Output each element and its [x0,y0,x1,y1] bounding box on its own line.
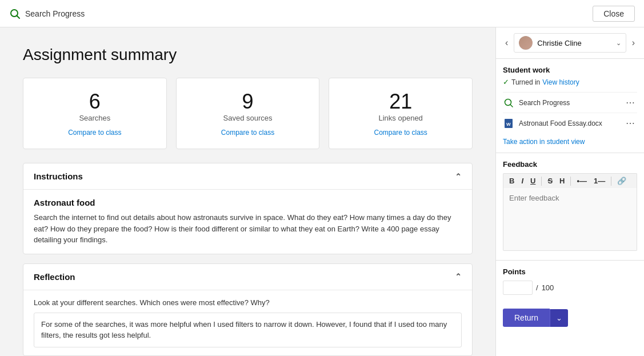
left-panel: Assignment summary 6 Searches Compare to… [0,27,495,356]
highlight-button[interactable]: H [557,175,567,186]
toolbar-divider-2 [570,177,571,186]
instructions-body: Astronaut food Search the internet to fi… [23,189,472,254]
search-progress-more-button[interactable]: ⋯ [623,96,637,109]
feedback-label: Feedback [503,160,637,169]
essay-more-button[interactable]: ⋯ [623,117,637,130]
reflection-question: Look at your different searches. Which o… [34,298,462,307]
topbar-title: Search Progress [25,9,85,18]
strikethrough-button[interactable]: S [545,175,555,186]
svg-text:W: W [506,122,511,127]
reflection-header[interactable]: Reflection ⌃ [23,264,472,290]
student-nav: ‹ Christie Cline ⌄ › [496,27,644,59]
instructions-subtitle: Astronaut food [34,198,462,207]
turned-in-row: ✓ Turned in View history [503,78,637,86]
main-layout: Assignment summary 6 Searches Compare to… [0,27,644,356]
search-progress-file-icon [503,97,514,109]
stat-label-saved-sources: Saved sources [188,114,308,122]
essay-file-icon: W [503,118,514,129]
return-dropdown-button[interactable]: ⌄ [550,309,568,327]
toolbar-divider-1 [541,177,542,186]
student-work-section: Student work ✓ Turned in View history Se… [496,59,644,153]
stat-card-searches: 6 Searches Compare to class [23,78,167,149]
svg-line-3 [510,105,513,107]
close-button[interactable]: Close [593,6,635,22]
points-separator: / [536,283,538,292]
check-mark-icon: ✓ [503,78,509,86]
reflection-answer: For some of the searches, it was more he… [34,313,462,347]
feedback-section: Feedback B I U S H •— 1— 🔗 [496,153,644,260]
stats-row: 6 Searches Compare to class 9 Saved sour… [23,78,473,149]
points-row: / 100 [503,281,637,295]
stat-card-saved-sources: 9 Saved sources Compare to class [176,78,320,149]
stat-number-saved-sources: 9 [188,90,308,114]
feedback-toolbar: B I U S H •— 1— 🔗 [503,173,637,188]
svg-line-1 [17,15,20,18]
instructions-section: Instructions ⌃ Astronaut food Search the… [23,163,473,254]
assignment-title: Assignment summary [23,46,473,64]
bold-button[interactable]: B [506,175,517,186]
stat-number-searches: 6 [35,90,155,114]
compare-saved-sources-link[interactable]: Compare to class [221,129,274,137]
right-panel: ‹ Christie Cline ⌄ › Student work ✓ Turn… [495,27,644,356]
avatar-image [519,36,533,50]
topbar: Search Progress Close [0,0,644,27]
stat-label-searches: Searches [35,114,155,122]
bullet-list-button[interactable]: •— [574,175,590,186]
file-item-essay: W Astronaut Food Essay.docx ⋯ [503,113,637,133]
student-name: Christie Cline [537,39,611,47]
underline-button[interactable]: U [527,175,538,186]
topbar-left: Search Progress [9,8,85,19]
points-max: 100 [542,283,554,292]
compare-links-opened-link[interactable]: Compare to class [374,129,427,137]
instructions-title: Instructions [34,171,83,181]
view-history-link[interactable]: View history [542,78,579,86]
reflection-title: Reflection [34,272,75,282]
italic-button[interactable]: I [518,175,526,186]
points-label: Points [503,267,637,276]
file-name-essay: Astronaut Food Essay.docx [519,119,602,127]
points-input[interactable] [503,281,533,295]
take-action-link[interactable]: Take action in student view [503,133,637,153]
reflection-chevron-icon: ⌃ [455,272,462,281]
feedback-input[interactable] [503,188,637,251]
return-button[interactable]: Return [503,309,550,327]
stat-label-links-opened: Links opened [341,114,461,122]
instructions-chevron-icon: ⌃ [455,172,462,181]
file-item-search-progress: Search Progress ⋯ [503,92,637,113]
reflection-body: Look at your different searches. Which o… [23,290,472,355]
next-student-button[interactable]: › [629,35,638,50]
points-section: Points / 100 [496,260,644,302]
instructions-header[interactable]: Instructions ⌃ [23,163,472,189]
link-button[interactable]: 🔗 [614,175,629,186]
stat-card-links-opened: 21 Links opened Compare to class [329,78,473,149]
reflection-section: Reflection ⌃ Look at your different sear… [23,263,473,356]
compare-searches-link[interactable]: Compare to class [68,129,121,137]
student-work-label: Student work [503,66,637,74]
stat-number-links-opened: 21 [341,90,461,114]
student-selector[interactable]: Christie Cline ⌄ [514,33,626,53]
prev-student-button[interactable]: ‹ [502,35,511,50]
toolbar-divider-3 [611,177,611,186]
file-name-search-progress: Search Progress [519,99,570,107]
instructions-text: Search the internet to find out details … [34,212,462,246]
turned-in-text: Turned in [511,78,540,86]
return-btn-wrap: Return ⌄ [503,309,637,327]
student-avatar [519,36,533,50]
student-chevron-icon: ⌄ [616,39,621,47]
return-section: Return ⌄ [496,302,644,334]
search-progress-logo-icon [9,8,21,19]
numbered-list-button[interactable]: 1— [591,175,608,186]
